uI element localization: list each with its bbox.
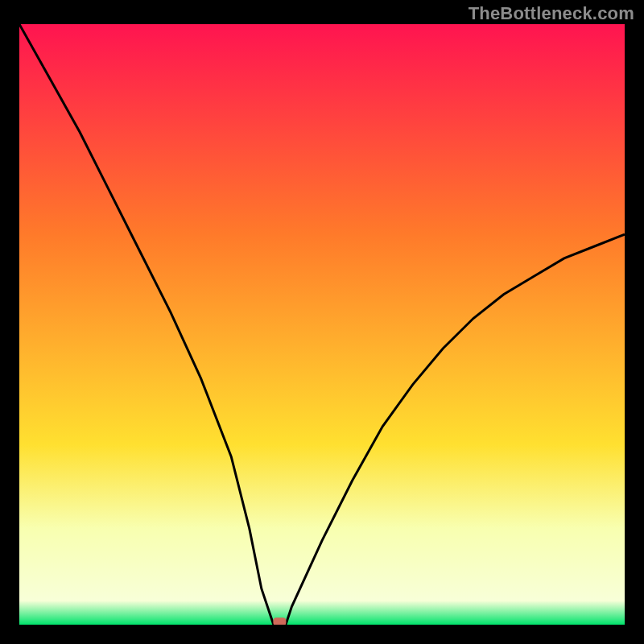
watermark-text: TheBottleneck.com xyxy=(469,3,634,24)
gradient-background xyxy=(19,24,625,625)
plot-area xyxy=(19,24,625,625)
bottleneck-chart xyxy=(19,24,625,625)
chart-frame: TheBottleneck.com xyxy=(0,0,644,644)
optimal-point-marker xyxy=(273,617,286,625)
